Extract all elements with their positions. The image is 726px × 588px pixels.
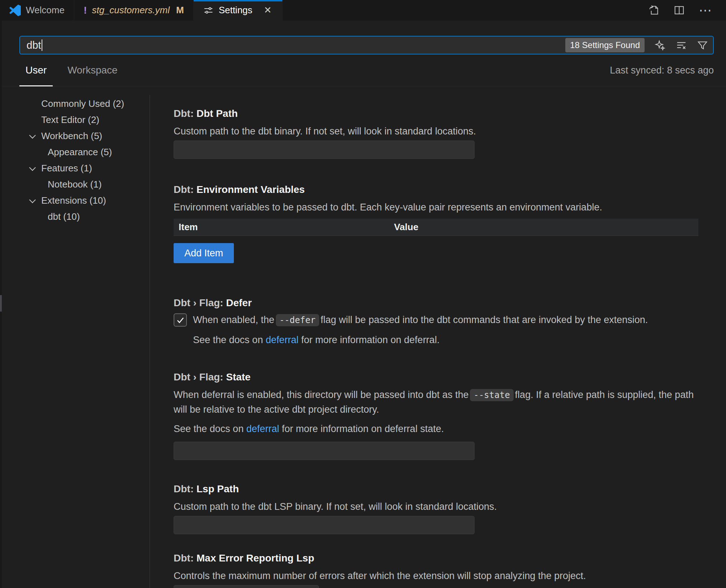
deferral-docs-link[interactable]: deferral (266, 335, 299, 345)
setting-description: When enabled, the--deferflag will be pas… (193, 313, 648, 328)
vscode-logo-icon (9, 5, 21, 16)
tab-welcome[interactable]: Welcome (0, 0, 74, 20)
toc-text-editor[interactable]: Text Editor (2) (0, 112, 150, 128)
settings-search-row: dbt 18 Settings Found (0, 20, 726, 54)
setting-prefix: Dbt › Flag: (174, 297, 226, 308)
scrollbar-thumb[interactable] (0, 295, 2, 312)
settings-toc: Commonly Used (2) Text Editor (2) Workbe… (0, 86, 150, 588)
docs-text: See the docs on (174, 423, 246, 434)
setting-title: Dbt: Max Error Reporting Lsp (174, 552, 698, 564)
more-actions-icon[interactable]: ⋯ (699, 4, 712, 16)
setting-title: Dbt: Environment Variables (174, 184, 698, 196)
flag-state-input[interactable] (174, 442, 475, 460)
modified-badge: M (176, 5, 184, 16)
search-value: dbt (27, 39, 41, 51)
setting-dbt-path: Dbt: Dbt Path Custom path to the dbt bin… (174, 108, 698, 159)
editor-actions: ⋯ (648, 0, 726, 20)
toc-item-label: Commonly Used (2) (41, 98, 124, 109)
toc-item-label: Extensions (10) (41, 195, 106, 206)
description-text: When deferral is enabled, this directory… (174, 389, 468, 400)
editor-tab-bar: Welcome ! stg_customers.yml M Settings ✕… (0, 0, 726, 20)
setting-prefix: Dbt: (174, 483, 197, 494)
toc-features[interactable]: Features (1) (0, 160, 150, 176)
toc-appearance[interactable]: Appearance (5) (0, 144, 150, 160)
setting-prefix: Dbt: (174, 553, 197, 564)
scope-tab-workspace[interactable]: Workspace (61, 54, 124, 86)
toc-commonly-used[interactable]: Commonly Used (2) (0, 96, 150, 112)
ai-sparkle-icon[interactable] (655, 40, 666, 51)
open-changes-icon[interactable] (648, 4, 660, 16)
docs-text: for more information on deferral. (298, 335, 439, 345)
docs-text: for more information on deferral state. (279, 423, 444, 434)
max-error-reporting-input[interactable] (174, 585, 319, 588)
add-item-button[interactable]: Add Item (174, 243, 234, 263)
setting-prefix: Dbt: (174, 184, 197, 195)
toc-dbt[interactable]: dbt (10) (0, 209, 150, 225)
defer-checkbox-row: When enabled, the--deferflag will be pas… (174, 313, 698, 328)
scope-tab-user-label: User (25, 65, 47, 76)
setting-title: Dbt › Flag: Defer (174, 297, 698, 309)
chevron-down-icon (29, 164, 36, 171)
left-edge-gutter (0, 20, 2, 588)
docs-line: See the docs on deferral for more inform… (193, 333, 698, 347)
setting-flag-state: Dbt › Flag: State When deferral is enabl… (174, 371, 698, 460)
toc-item-label: dbt (10) (48, 211, 80, 222)
defer-checkbox[interactable] (174, 313, 187, 327)
setting-name: Environment Variables (197, 184, 305, 195)
toc-item-label: Features (1) (41, 163, 92, 174)
lsp-path-input[interactable] (174, 516, 475, 534)
description-text: flag will be passed into the dbt command… (321, 314, 648, 325)
settings-list: Dbt: Dbt Path Custom path to the dbt bin… (150, 86, 726, 588)
setting-description: When deferral is enabled, this directory… (174, 388, 698, 417)
setting-flag-defer: Dbt › Flag: Defer When enabled, the--def… (174, 297, 698, 347)
setting-description: Environment variables to be passed to db… (174, 200, 698, 214)
settings-sliders-icon (203, 5, 214, 16)
code-chip: --defer (276, 314, 319, 326)
description-text: When enabled, the (193, 314, 274, 325)
toc-item-label: Text Editor (2) (41, 114, 99, 125)
search-controls: 18 Settings Found (565, 38, 708, 52)
setting-title: Dbt: Dbt Path (174, 108, 698, 120)
toc-item-label: Notebook (1) (48, 179, 102, 190)
toc-workbench[interactable]: Workbench (5) (0, 128, 150, 144)
env-variables-table: Item Value (174, 219, 698, 236)
settings-search-input[interactable]: dbt 18 Settings Found (19, 36, 714, 54)
split-editor-icon[interactable] (673, 4, 685, 16)
toc-item-label: Workbench (5) (41, 131, 102, 142)
chevron-down-icon (29, 196, 36, 203)
tab-welcome-label: Welcome (26, 5, 65, 16)
setting-prefix: Dbt › Flag: (174, 371, 226, 383)
setting-lsp-path: Dbt: Lsp Path Custom path to the dbt LSP… (174, 483, 698, 534)
docs-line: See the docs on deferral for more inform… (174, 422, 698, 436)
settings-body: Commonly Used (2) Text Editor (2) Workbe… (0, 86, 726, 588)
dbt-path-input[interactable] (174, 141, 475, 159)
setting-prefix: Dbt: (174, 108, 197, 119)
setting-name: Max Error Reporting Lsp (197, 553, 314, 564)
scope-tab-user[interactable]: User (19, 54, 53, 86)
toc-notebook[interactable]: Notebook (1) (0, 176, 150, 193)
toc-extensions[interactable]: Extensions (10) (0, 193, 150, 209)
docs-text: See the docs on (193, 335, 266, 345)
tab-stg-customers[interactable]: ! stg_customers.yml M (74, 0, 194, 20)
tab-stg-customers-label: stg_customers.yml (92, 5, 170, 16)
chevron-down-icon (29, 132, 36, 138)
tab-settings[interactable]: Settings ✕ (194, 0, 283, 20)
code-chip: --state (470, 389, 513, 401)
setting-name: Lsp Path (197, 483, 239, 494)
check-icon (176, 316, 185, 325)
setting-name: Defer (226, 297, 252, 308)
clear-filters-icon[interactable] (676, 40, 687, 51)
setting-description: Controls the maximum number of errors af… (174, 569, 698, 583)
column-header-item: Item (174, 222, 394, 233)
setting-title: Dbt › Flag: State (174, 371, 698, 383)
toc-item-label: Appearance (5) (48, 147, 112, 158)
setting-max-error-reporting-lsp: Dbt: Max Error Reporting Lsp Controls th… (174, 552, 698, 588)
close-tab-icon[interactable]: ✕ (263, 4, 273, 16)
setting-description: Custom path to the dbt LSP binary. If no… (174, 499, 698, 514)
scope-tab-workspace-label: Workspace (67, 65, 118, 76)
results-count-badge: 18 Settings Found (565, 38, 645, 52)
filter-funnel-icon[interactable] (697, 40, 708, 51)
deferral-docs-link[interactable]: deferral (246, 423, 279, 434)
column-header-value: Value (394, 222, 698, 233)
setting-description: Custom path to the dbt binary. If not se… (174, 124, 698, 138)
